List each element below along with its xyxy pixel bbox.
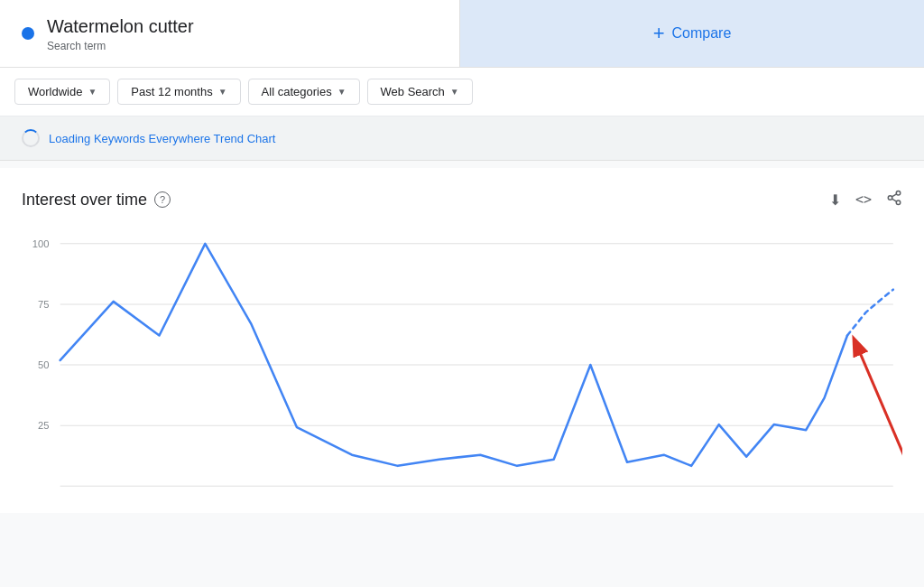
svg-line-4 — [892, 194, 896, 197]
filter-past12months-label: Past 12 months — [131, 85, 212, 98]
chevron-down-icon: ▼ — [450, 87, 459, 97]
filter-past12months[interactable]: Past 12 months ▼ — [117, 79, 240, 105]
annotation-arrow — [856, 345, 902, 473]
filter-worldwide[interactable]: Worldwide ▼ — [14, 79, 110, 105]
filter-allcategories[interactable]: All categories ▼ — [248, 79, 360, 105]
chevron-down-icon: ▼ — [218, 87, 227, 97]
chevron-down-icon: ▼ — [337, 87, 346, 97]
top-section: Watermelon cutter Search term + Compare — [0, 0, 924, 68]
kwe-banner: Loading Keywords Everywhere Trend Chart — [0, 116, 924, 161]
search-term-text: Watermelon cutter Search term — [47, 14, 194, 52]
search-term-title: Watermelon cutter — [47, 14, 194, 38]
svg-text:May 15, 2022: May 15, 2022 — [30, 497, 91, 498]
compare-button[interactable]: + Compare — [460, 0, 924, 67]
svg-point-0 — [896, 191, 901, 196]
svg-text:Sep 4, 2022: Sep 4, 2022 — [265, 497, 319, 498]
help-icon[interactable]: ? — [154, 191, 171, 208]
code-icon[interactable]: <> — [855, 191, 872, 208]
svg-text:Apr 16, 2023: Apr 16, 2023 — [786, 497, 844, 498]
trend-chart-container: 100 75 50 25 — [22, 228, 902, 498]
svg-text:75: 75 — [38, 299, 49, 310]
svg-text:50: 50 — [38, 359, 49, 370]
filter-websearch-label: Web Search — [381, 85, 445, 98]
chart-title-row: Interest over time ? — [22, 191, 171, 210]
search-term-box: Watermelon cutter Search term — [0, 0, 460, 67]
search-term-dot — [22, 27, 34, 40]
chart-actions: ⬇ <> — [829, 190, 902, 210]
svg-point-2 — [896, 200, 901, 205]
compare-label: Compare — [672, 25, 732, 42]
trend-chart-svg: 100 75 50 25 — [22, 228, 902, 498]
filter-websearch[interactable]: Web Search ▼ — [367, 79, 473, 105]
compare-plus-icon: + — [653, 22, 665, 45]
filter-worldwide-label: Worldwide — [28, 85, 82, 98]
svg-point-1 — [888, 196, 892, 200]
svg-text:Dec 25, 2022: Dec 25, 2022 — [523, 497, 583, 498]
chevron-down-icon: ▼ — [88, 87, 97, 97]
kwe-loading-prefix: Loading Keywords Everywhere — [49, 132, 214, 145]
search-term-label: Search term — [47, 40, 194, 52]
share-icon[interactable] — [886, 190, 902, 210]
chart-title: Interest over time — [22, 191, 147, 210]
loading-spinner — [22, 129, 40, 147]
svg-text:25: 25 — [38, 420, 49, 431]
chart-section: Interest over time ? ⬇ <> 100 75 50 — [0, 168, 924, 513]
trend-line — [60, 244, 847, 466]
filters-bar: Worldwide ▼ Past 12 months ▼ All categor… — [0, 68, 924, 116]
download-icon[interactable]: ⬇ — [829, 191, 841, 209]
chart-header: Interest over time ? ⬇ <> — [22, 190, 902, 210]
svg-text:100: 100 — [32, 238, 50, 249]
kwe-loading-highlighted: Trend Chart — [214, 132, 276, 145]
kwe-loading-text: Loading Keywords Everywhere Trend Chart — [49, 132, 275, 145]
filter-allcategories-label: All categories — [262, 85, 332, 98]
svg-line-3 — [892, 199, 896, 201]
forecast-line — [847, 290, 893, 336]
